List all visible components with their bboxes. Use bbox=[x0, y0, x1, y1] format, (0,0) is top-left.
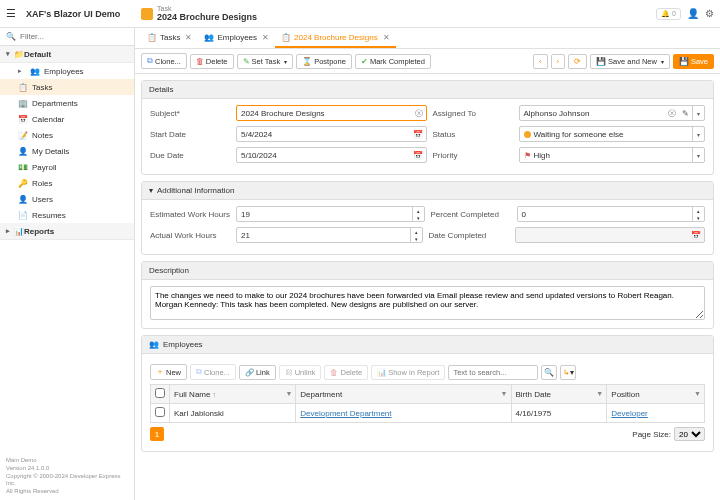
est-hours-field[interactable]: 19▴▾ bbox=[236, 206, 425, 222]
nav-item-calendar[interactable]: 📅Calendar bbox=[0, 111, 134, 127]
dropdown-icon[interactable]: ▾ bbox=[692, 127, 704, 141]
nav-item-payroll[interactable]: 💵Payroll bbox=[0, 159, 134, 175]
roles-icon: 🔑 bbox=[18, 178, 28, 188]
tab-tasks[interactable]: 📋Tasks✕ bbox=[141, 28, 198, 48]
nav-item-roles[interactable]: 🔑Roles bbox=[0, 175, 134, 191]
row-checkbox[interactable] bbox=[155, 407, 165, 417]
details-header: Details bbox=[142, 81, 713, 99]
tab-brochure[interactable]: 📋2024 Brochure Designs✕ bbox=[275, 28, 396, 48]
pagesize-select[interactable]: 20 bbox=[674, 427, 705, 441]
nav-item-departments[interactable]: 🏢Departments bbox=[0, 95, 134, 111]
nav-item-employees[interactable]: ▸👥Employees bbox=[0, 63, 134, 79]
header-task: Task 2024 Brochure Designs bbox=[141, 5, 656, 22]
next-button[interactable]: › bbox=[551, 54, 566, 69]
emp-search-input[interactable] bbox=[448, 365, 538, 380]
tasks-icon: 📋 bbox=[18, 82, 28, 92]
additional-header[interactable]: ▾Additional Information bbox=[142, 182, 713, 200]
chevron-right-icon: › bbox=[557, 57, 560, 66]
duedate-field[interactable]: 5/10/2024📅 bbox=[236, 147, 427, 163]
settask-icon: ✎ bbox=[243, 57, 250, 66]
emp-search-button[interactable]: 🔍 bbox=[541, 365, 557, 380]
col-birthdate[interactable]: Birth Date▼ bbox=[511, 385, 607, 404]
status-field[interactable]: Waiting for someone else▾ bbox=[519, 126, 706, 142]
subject-label: Subject* bbox=[150, 109, 230, 118]
reports-icon: 📊 bbox=[14, 226, 24, 236]
est-hours-label: Estimated Work Hours bbox=[150, 210, 230, 219]
clone-button[interactable]: ⧉Clone... bbox=[141, 53, 187, 69]
mydetails-icon: 👤 bbox=[18, 146, 28, 156]
employees-panel: 👥Employees ＋New ⧉Clone... 🔗Link ⛓Unlink … bbox=[141, 335, 714, 452]
filter-input[interactable] bbox=[20, 32, 128, 41]
calendar-icon[interactable]: 📅 bbox=[413, 130, 423, 139]
spinner[interactable]: ▴▾ bbox=[412, 207, 424, 221]
nav-section-default[interactable]: ▾📁Default bbox=[0, 46, 134, 63]
startdate-field[interactable]: 5/4/2024📅 bbox=[236, 126, 427, 142]
mark-completed-button[interactable]: ✔Mark Completed bbox=[355, 54, 431, 69]
close-icon[interactable]: ✕ bbox=[262, 33, 269, 42]
emp-export-button[interactable]: ↳▾ bbox=[560, 365, 576, 380]
filter-icon[interactable]: ▼ bbox=[285, 390, 292, 397]
postpone-button[interactable]: ⌛Postpone bbox=[296, 54, 352, 69]
emp-link-button[interactable]: 🔗Link bbox=[239, 365, 276, 380]
prev-button[interactable]: ‹ bbox=[533, 54, 548, 69]
page-1-button[interactable]: 1 bbox=[150, 427, 164, 441]
dropdown-icon[interactable]: ▾ bbox=[692, 106, 704, 120]
cell-pos-link[interactable]: Developer bbox=[611, 409, 647, 418]
delete-icon: 🗑 bbox=[196, 57, 204, 66]
hamburger-icon[interactable]: ☰ bbox=[6, 7, 20, 20]
priority-field[interactable]: ⚑High▾ bbox=[519, 147, 706, 163]
gear-icon[interactable]: ⚙ bbox=[705, 8, 714, 19]
plus-icon: ＋ bbox=[156, 367, 164, 377]
nav-item-notes[interactable]: 📝Notes bbox=[0, 127, 134, 143]
postpone-icon: ⌛ bbox=[302, 57, 312, 66]
duedate-label: Due Date bbox=[150, 151, 230, 160]
task-icon bbox=[141, 8, 153, 20]
col-department[interactable]: Department▼ bbox=[296, 385, 511, 404]
emp-new-button[interactable]: ＋New bbox=[150, 364, 187, 380]
col-fullname[interactable]: Full Name↑▼ bbox=[170, 385, 296, 404]
filter-icon[interactable]: ▼ bbox=[501, 390, 508, 397]
assigned-field[interactable]: Alphonso Johnsonⓧ✎▾ bbox=[519, 105, 706, 121]
spinner[interactable]: ▴▾ bbox=[692, 207, 704, 221]
filter-icon[interactable]: ▼ bbox=[596, 390, 603, 397]
select-all-checkbox[interactable] bbox=[155, 388, 165, 398]
spinner[interactable]: ▴▾ bbox=[410, 228, 422, 242]
close-icon[interactable]: ✕ bbox=[383, 33, 390, 42]
clear-icon[interactable]: ⓧ bbox=[668, 108, 676, 119]
nav-item-resumes[interactable]: 📄Resumes bbox=[0, 207, 134, 223]
nav-item-users[interactable]: 👤Users bbox=[0, 191, 134, 207]
table-row[interactable]: Karl Jablonski Development Department 4/… bbox=[151, 404, 705, 423]
nav-section-reports[interactable]: ▸📊Reports bbox=[0, 223, 134, 240]
details-panel: Details Subject* 2024 Brochure Designsⓧ … bbox=[141, 80, 714, 175]
subject-field[interactable]: 2024 Brochure Designsⓧ bbox=[236, 105, 427, 121]
tab-employees[interactable]: 👥Employees✕ bbox=[198, 28, 275, 48]
delete-button[interactable]: 🗑Delete bbox=[190, 54, 234, 69]
calendar-icon: 📅 bbox=[691, 231, 701, 240]
save-button[interactable]: 💾Save bbox=[673, 54, 714, 69]
calendar-icon[interactable]: 📅 bbox=[413, 151, 423, 160]
refresh-button[interactable]: ⟳ bbox=[568, 54, 587, 69]
chevron-right-icon: ▸ bbox=[6, 227, 10, 235]
clear-icon[interactable]: ⓧ bbox=[415, 108, 423, 119]
tab-bar: 📋Tasks✕ 👥Employees✕ 📋2024 Brochure Desig… bbox=[135, 28, 720, 49]
filter-icon[interactable]: ▼ bbox=[694, 390, 701, 397]
pager: 1 Page Size: 20 bbox=[150, 423, 705, 445]
act-hours-field[interactable]: 21▴▾ bbox=[236, 227, 423, 243]
notes-icon: 📝 bbox=[18, 130, 28, 140]
col-position[interactable]: Position▼ bbox=[607, 385, 705, 404]
dropdown-icon[interactable]: ▾ bbox=[692, 148, 704, 162]
description-textarea[interactable] bbox=[150, 286, 705, 320]
pct-field[interactable]: 0▴▾ bbox=[517, 206, 706, 222]
nav-item-mydetails[interactable]: 👤My Details bbox=[0, 143, 134, 159]
pct-label: Percent Completed bbox=[431, 210, 511, 219]
user-icon[interactable]: 👤 bbox=[687, 8, 699, 19]
chevron-right-icon: ▸ bbox=[18, 67, 22, 75]
close-icon[interactable]: ✕ bbox=[185, 33, 192, 42]
nav-item-tasks[interactable]: 📋Tasks bbox=[0, 79, 134, 95]
save-and-new-button[interactable]: 💾Save and New▾ bbox=[590, 54, 670, 69]
cell-dept-link[interactable]: Development Department bbox=[300, 409, 391, 418]
description-header: Description bbox=[142, 262, 713, 280]
settask-button[interactable]: ✎Set Task▾ bbox=[237, 54, 294, 69]
edit-icon[interactable]: ✎ bbox=[679, 109, 692, 118]
notifications-button[interactable]: 🔔0 bbox=[656, 8, 681, 20]
